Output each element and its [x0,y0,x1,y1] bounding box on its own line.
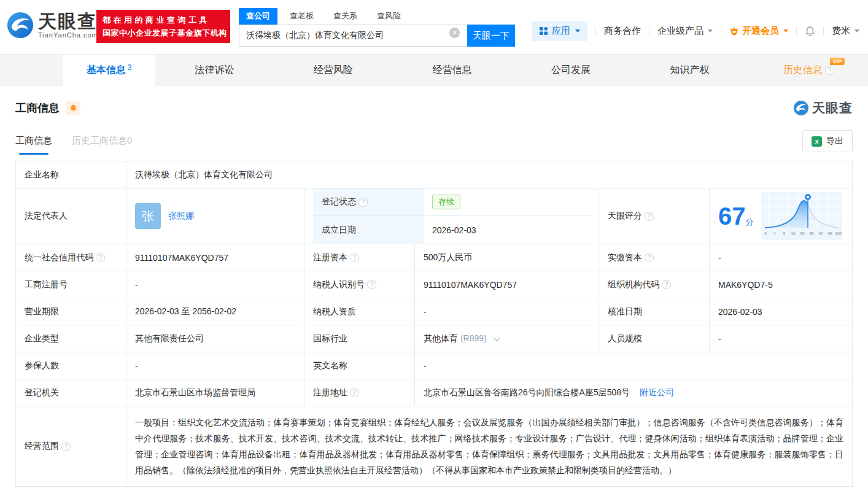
field-staff-size-label: 人员规模 [599,325,710,352]
nav-open-vip[interactable]: 开通会员 [729,25,788,37]
nearby-companies-link[interactable]: 附近公司 [640,387,674,397]
search-button[interactable]: 天眼一下 [467,25,515,47]
help-icon[interactable]: ? [825,66,834,75]
search-tab-company[interactable]: 查公司 [239,8,277,25]
tianyancha-watermark-icon [793,100,809,116]
help-icon[interactable]: ? [96,253,105,262]
status-date-subtable: 登记状态 ? 存续 成立日期 2026-02-03 [304,188,599,244]
legal-rep-link[interactable]: 张照娜 [168,211,194,222]
search-area: 查公司 查老板 查关系 查风险 天眼一下 ✕ [239,8,515,47]
field-business-term-label: 营业期限 [16,298,126,325]
help-icon[interactable]: ? [367,280,376,289]
table-row: 工商注册号 - 纳税人识别号? 91110107MAK6YQD757 组织机构代… [16,271,853,298]
search-tab-boss[interactable]: 查老板 [282,8,321,25]
help-icon[interactable]: ? [61,442,71,451]
field-insured-count-label: 参保人数 [16,352,126,379]
tab-intellectual-property[interactable]: 知识产权 [630,55,750,86]
tab-basic-info-count: 3 [128,63,132,72]
field-company-name-value: 沃得埃极（北京）体育文化有限公司 [126,161,853,188]
field-company-name-label: 企业名称 [16,161,126,188]
field-staff-size-value: - [710,325,853,352]
field-org-code-value: MAK6YQD7-5 [710,271,853,298]
field-org-code-label: 组织机构代码? [599,271,710,298]
subtab-history-business-info[interactable]: 历史工商信息0 [72,135,132,155]
enterprise-label: 企业级产品 [657,25,703,37]
score-label-text: 天眼评分 [608,211,642,222]
divider [823,26,824,36]
industry-name: 其他体育 [424,333,458,343]
field-company-type-value: 其他有限责任公司 [126,325,304,352]
score-number: 67 [718,203,746,230]
tab-operation-risk[interactable]: 经营风险 [274,55,393,86]
help-icon[interactable]: ? [645,253,654,262]
field-reg-number-value: - [126,271,304,298]
field-industry-value[interactable]: 其他体育 (R899) [415,325,599,352]
field-registered-address-label: 注册地址? [304,379,415,406]
subtab-business-info[interactable]: 工商信息 [15,135,52,155]
export-label: 导出 [826,136,843,147]
field-taxpayer-id-label: 纳税人识别号? [304,271,415,298]
chevron-down-icon[interactable] [493,334,500,341]
field-business-scope-value: 一般项目：组织文化艺术交流活动；体育赛事策划；体育竞赛组织；体育经纪人服务；会议… [126,406,853,487]
search-tab-relation[interactable]: 查关系 [326,8,365,25]
field-paid-capital-value: - [710,244,853,271]
table-row: 营业期限 2026-02-03 至 2056-02-02 纳税人资质 - 核准日… [16,298,853,325]
top-header: 天眼查 TianYanCha.com 都在用的商业查询工具 国家中小企业发展子基… [0,0,868,54]
subscribe-bell-button[interactable] [66,101,80,115]
field-insured-count-value: - [126,352,304,379]
crown-icon [729,26,739,36]
field-industry-label: 国标行业 [304,325,415,352]
bell-icon [69,104,77,112]
svg-text:97: 97 [818,231,823,236]
search-input[interactable] [239,25,467,47]
field-taxpayer-qualification-label: 纳税人资质 [304,298,415,325]
address-text: 北京市石景山区鲁谷南路26号向阳综合楼A座5层508号 [424,387,630,397]
chevron-down-icon [575,29,580,33]
tab-history-info[interactable]: VIP 历史信息 ? [749,55,868,86]
field-establish-date-label: 成立日期 [313,216,424,244]
slogan-line1: 都在用的商业查询工具 [103,15,224,26]
clear-search-icon[interactable]: ✕ [449,28,460,38]
search-tab-risk[interactable]: 查风险 [370,8,408,25]
main-content: 工商信息 天眼查 工商信息 历史工商信息0 x 导出 [0,99,868,487]
user-menu[interactable]: 费米 [832,25,859,37]
field-taxpayer-qualification-value: - [415,298,599,325]
tianyancha-logo[interactable]: 天眼查 TianYanCha.com [6,11,98,39]
business-info-table: 企业名称 沃得埃极（北京）体育文化有限公司 法定代表人 张 张照娜 登记状态 ? [15,161,853,487]
field-reg-number-label: 工商注册号 [16,271,126,298]
field-score-label: 天眼评分 ? [599,188,710,244]
help-icon[interactable]: ? [662,280,671,289]
score-axis-ticks: 0 1 3 10 50 85 97 99 100 [764,231,842,236]
field-establish-date-value: 2026-02-03 [424,216,590,244]
field-registered-capital-label: 注册资本? [304,244,415,271]
score-distribution-chart[interactable]: 0 1 3 10 50 85 97 99 100 [761,192,842,240]
svg-text:85: 85 [809,231,814,236]
field-score-value: 67分 [710,188,853,244]
help-icon[interactable]: ? [350,388,359,397]
apps-grid-icon [539,26,548,36]
nav-enterprise-products[interactable]: 企业级产品 [657,25,713,37]
field-legal-rep-value: 张 张照娜 [126,188,304,244]
brand-name: 天眼查 [38,12,98,31]
notification-bell-button[interactable] [805,26,815,37]
help-icon[interactable]: ? [645,212,654,221]
excel-icon: x [812,136,822,147]
tianyancha-watermark: 天眼查 [793,99,853,117]
tab-legal-litigation[interactable]: 法律诉讼 [155,55,274,86]
nav-business-cooperation[interactable]: 商务合作 [604,25,641,37]
tab-operation-info[interactable]: 经营信息 [393,55,512,86]
tab-company-development[interactable]: 公司发展 [511,55,630,86]
avatar[interactable]: 张 [135,203,161,229]
help-icon[interactable]: ? [350,253,359,262]
section-title: 工商信息 [15,101,60,115]
tab-history-info-label: 历史信息 [783,64,823,77]
export-button[interactable]: x 导出 [802,130,853,152]
tianyancha-logo-icon [6,11,34,39]
tab-basic-info[interactable]: 基本信息 3 [63,55,155,86]
company-section-tabs: 基本信息 3 法律诉讼 经营风险 经营信息 公司发展 知识产权 VIP 历史信息… [0,54,868,86]
svg-text:3: 3 [783,231,785,236]
table-row: 法定代表人 张 张照娜 登记状态 ? 存续 成立日期 2026- [16,188,853,244]
help-icon[interactable]: ? [358,198,368,207]
apps-menu-button[interactable]: 应用 [532,21,587,41]
table-row: 登记机关 北京市石景山区市场监督管理局 注册地址? 北京市石景山区鲁谷南路26号… [16,379,853,406]
